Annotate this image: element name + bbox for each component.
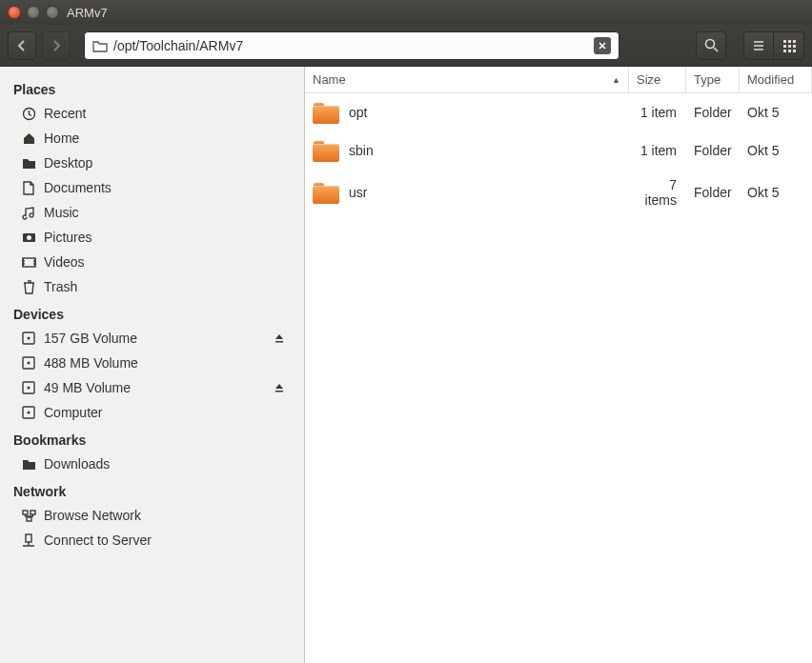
file-modified: Okt 5	[740, 181, 812, 204]
file-size: 1 item	[629, 139, 686, 162]
svg-point-17	[28, 362, 30, 365]
sidebar-item-label: Desktop	[44, 155, 92, 171]
sidebar-item-label: Trash	[44, 279, 77, 294]
sidebar-item-music[interactable]: Music	[0, 200, 304, 225]
file-type: Folder	[686, 181, 740, 204]
disk-icon	[21, 405, 36, 420]
column-modified[interactable]: Modified	[740, 67, 812, 92]
file-size: 7 items	[629, 173, 686, 211]
svg-rect-13	[23, 258, 35, 267]
bookmarks-header: Bookmarks	[0, 425, 304, 452]
svg-rect-9	[793, 50, 796, 52]
server-icon	[21, 532, 36, 548]
svg-rect-23	[30, 511, 35, 514]
sidebar-item-desktop[interactable]: Desktop	[0, 151, 304, 175]
sidebar-item-label: 157 GB Volume	[44, 331, 137, 346]
folder-icon	[313, 139, 339, 162]
sidebar-item-home[interactable]: Home	[0, 126, 304, 151]
sidebar-item-pictures[interactable]: Pictures	[0, 225, 304, 250]
chevron-right-icon	[51, 40, 62, 51]
devices-header: Devices	[0, 299, 304, 326]
disk-icon	[21, 331, 36, 346]
eject-button[interactable]	[272, 331, 287, 346]
file-size: 1 item	[629, 101, 686, 124]
file-type: Folder	[686, 139, 740, 162]
file-row[interactable]: opt1 itemFolderOkt 5	[305, 93, 812, 131]
window-controls	[8, 6, 59, 19]
sidebar-item-label: Documents	[44, 180, 112, 195]
search-icon	[704, 38, 719, 52]
folder-icon	[21, 456, 36, 472]
view-grid-button[interactable]	[774, 31, 804, 60]
window-minimize-button[interactable]	[27, 6, 40, 19]
file-name: usr	[349, 185, 367, 200]
grid-icon	[782, 39, 796, 52]
menu-button[interactable]	[743, 31, 774, 60]
svg-rect-2	[788, 40, 791, 43]
window-maximize-button[interactable]	[46, 6, 59, 19]
path-input[interactable]	[113, 38, 588, 53]
window-close-button[interactable]	[8, 6, 21, 19]
view-controls	[743, 31, 804, 60]
sidebar-item-trash[interactable]: Trash	[0, 274, 304, 299]
svg-rect-7	[783, 50, 786, 52]
sidebar-item-488-mb-volume[interactable]: 488 MB Volume	[0, 351, 304, 375]
folder-icon	[313, 101, 339, 124]
trash-icon	[21, 279, 36, 294]
folder-icon	[21, 155, 36, 171]
sidebar-item-downloads[interactable]: Downloads	[0, 452, 304, 476]
svg-rect-22	[23, 511, 28, 514]
file-name: opt	[349, 105, 367, 120]
sidebar-item-label: Browse Network	[44, 508, 141, 523]
eject-button[interactable]	[272, 380, 287, 395]
document-icon	[21, 180, 36, 195]
file-type: Folder	[686, 101, 740, 124]
chevron-left-icon	[16, 40, 28, 51]
sidebar-item-label: Recent	[44, 106, 86, 121]
home-icon	[21, 131, 36, 146]
file-modified: Okt 5	[740, 139, 812, 162]
file-row[interactable]: sbin1 itemFolderOkt 5	[305, 131, 812, 170]
file-name: sbin	[349, 143, 374, 158]
sidebar-item-label: 488 MB Volume	[44, 355, 138, 371]
sidebar-item-connect-to-server[interactable]: Connect to Server	[0, 528, 304, 552]
file-list: Name ▲ Size Type Modified opt1 itemFolde…	[305, 67, 812, 663]
back-button[interactable]	[8, 31, 36, 60]
sidebar-item-label: Pictures	[44, 230, 92, 245]
sidebar-item-label: Videos	[44, 254, 85, 270]
clear-icon	[598, 41, 607, 50]
sidebar-item-documents[interactable]: Documents	[0, 175, 304, 200]
svg-rect-5	[788, 45, 791, 48]
column-name[interactable]: Name ▲	[305, 67, 629, 92]
sidebar-item-recent[interactable]: Recent	[0, 101, 304, 126]
sidebar-item-49-mb-volume[interactable]: 49 MB Volume	[0, 375, 304, 400]
clock-icon	[21, 106, 36, 121]
music-icon	[21, 205, 36, 220]
folder-icon	[313, 181, 339, 204]
network-header: Network	[0, 476, 304, 503]
sidebar-item-computer[interactable]: Computer	[0, 400, 304, 425]
column-type[interactable]: Type	[686, 67, 740, 92]
svg-point-19	[28, 387, 30, 390]
folder-icon	[92, 38, 108, 53]
column-size[interactable]: Size	[629, 67, 686, 92]
svg-rect-8	[788, 50, 791, 52]
svg-rect-3	[793, 40, 796, 43]
forward-button[interactable]	[42, 31, 71, 60]
window-title: ARMv7	[67, 6, 108, 20]
clear-path-button[interactable]	[594, 37, 611, 54]
svg-rect-1	[783, 40, 786, 43]
disk-icon	[21, 355, 36, 371]
sort-ascending-icon: ▲	[612, 75, 620, 85]
sidebar-item-label: Computer	[44, 405, 102, 420]
sidebar-item-157-gb-volume[interactable]: 157 GB Volume	[0, 326, 304, 351]
search-button[interactable]	[696, 31, 726, 60]
svg-point-12	[27, 235, 31, 240]
sidebar-item-browse-network[interactable]: Browse Network	[0, 503, 304, 528]
file-row[interactable]: usr7 itemsFolderOkt 5	[305, 170, 812, 215]
location-bar[interactable]	[84, 31, 619, 60]
video-icon	[21, 254, 36, 270]
sidebar-item-label: Home	[44, 131, 79, 146]
sidebar-item-videos[interactable]: Videos	[0, 250, 304, 274]
svg-point-15	[28, 337, 30, 340]
